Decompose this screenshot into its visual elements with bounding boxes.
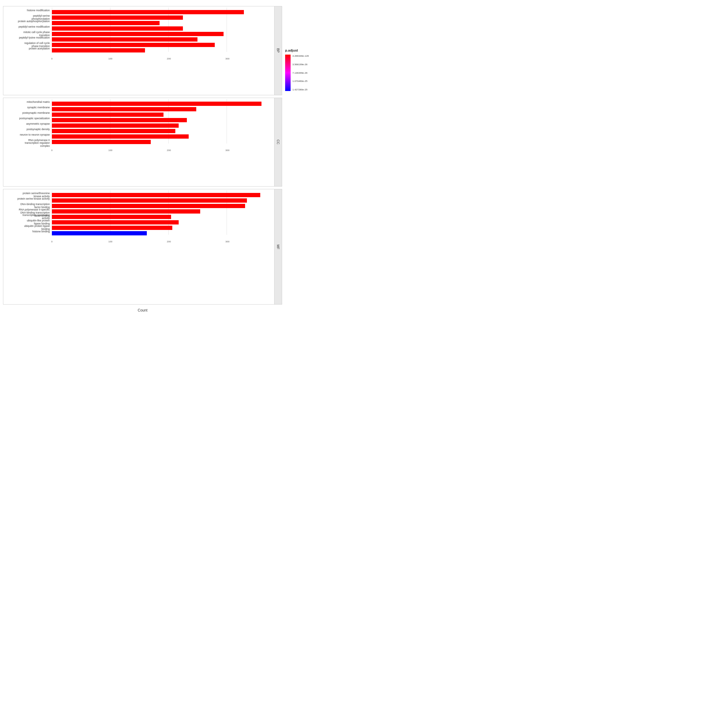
legend-label-4: 1.427280e-25 (292, 88, 309, 91)
bar-0 (52, 193, 260, 197)
mf-bars-grid (52, 191, 273, 235)
bar-label-2: protein autophosphorylation (17, 20, 50, 23)
bar-1 (52, 107, 196, 111)
legend-label-2: 7.136399e-26 (292, 72, 309, 74)
bar-label-6: neuron to neuron synapse (19, 133, 50, 137)
bar-4 (52, 215, 171, 219)
x-tick-200: 200 (167, 240, 171, 243)
bar-5 (52, 37, 197, 41)
bar-3 (52, 26, 183, 31)
x-tick-300: 300 (225, 57, 229, 60)
legend-title: p.adjust (285, 49, 321, 52)
bar-2 (52, 204, 245, 208)
mf-labels: protein serine/threonine kinase activity… (3, 189, 52, 241)
bp-labels: histone modificationpeptidyl-serine phos… (3, 6, 52, 58)
bp-panel-label: BP (274, 6, 282, 95)
bar-label-7: protein acetylation (28, 47, 50, 50)
x-tick-100: 100 (108, 240, 112, 243)
mf-panel-label: MF (274, 189, 282, 304)
bar-label-7: histone binding (32, 230, 50, 234)
bar-label-5: postsynaptic density (26, 128, 50, 132)
x-axis-title: Count (3, 307, 282, 312)
bar-7 (52, 140, 151, 144)
bar-label-2: postsynaptic membrane (21, 111, 50, 115)
bar-4 (52, 124, 179, 128)
svg-rect-0 (285, 55, 291, 91)
x-tick-300: 300 (225, 149, 229, 151)
bar-label-3: postsynaptic specialization (18, 117, 50, 121)
bar-label-7: RNA polymerase II transcription regulato… (24, 139, 50, 148)
cc-labels: mitochondrial matrixsynaptic membranepos… (3, 98, 52, 150)
legend-area: p.adjust 4.266 (282, 6, 324, 312)
bar-6 (52, 226, 172, 230)
bar-label-0: histone modification (26, 9, 50, 12)
x-tick-300: 300 (225, 240, 229, 243)
x-tick-100: 100 (108, 149, 112, 151)
bar-label-1: synaptic membrane (26, 106, 50, 110)
bp-bars-area: 0100200300 (52, 6, 274, 58)
bar-5 (52, 129, 175, 133)
mf-bars-area: 0100200300 (52, 189, 274, 241)
panel-mf: protein serine/threonine kinase activity… (3, 189, 282, 304)
x-tick-0: 0 (51, 57, 52, 60)
legend-label-1: 3.568199e-26 (292, 63, 309, 66)
x-tick-100: 100 (108, 57, 112, 60)
cc-bars-area: 0100200300 (52, 98, 274, 150)
chart-wrapper: histone modificationpeptidyl-serine phos… (3, 6, 324, 312)
x-tick-200: 200 (167, 149, 171, 151)
bar-6 (52, 43, 215, 47)
legend-label-0: 4.266346e-126 (292, 55, 309, 57)
legend-gradient-svg (285, 55, 291, 91)
bp-bars-grid (52, 8, 273, 52)
chart-container: histone modificationpeptidyl-serine phos… (0, 0, 327, 327)
bar-label-3: peptidyl-serine modification (18, 25, 50, 29)
bar-5 (52, 220, 179, 225)
bar-label-4: asymmetric synapse (26, 122, 50, 126)
cc-panel-label: CC (274, 98, 282, 187)
bar-2 (52, 113, 164, 117)
legend-label-3: 1.070460e-25 (292, 80, 309, 83)
bar-7 (52, 48, 145, 52)
bar-0 (52, 10, 244, 14)
bar-label-0: mitochondrial matrix (26, 100, 50, 104)
bar-1 (52, 15, 183, 20)
bar-label-5: peptidyl-lysine modification (18, 36, 50, 40)
bar-3 (52, 209, 200, 214)
bar-7 (52, 231, 147, 236)
cc-bars-grid (52, 99, 273, 144)
panel-cc: mitochondrial matrixsynaptic membranepos… (3, 98, 282, 187)
x-tick-200: 200 (167, 57, 171, 60)
bar-6 (52, 135, 189, 139)
bar-4 (52, 32, 223, 36)
bar-2 (52, 21, 159, 25)
bar-3 (52, 118, 187, 122)
x-tick-0: 0 (51, 149, 52, 151)
bar-0 (52, 102, 262, 106)
bar-label-1: protein serine kinase activity (16, 197, 50, 201)
legend-labels: 4.266346e-126 3.568199e-26 7.136399e-26 … (292, 55, 309, 91)
panel-bp: histone modificationpeptidyl-serine phos… (3, 6, 282, 95)
panels-area: histone modificationpeptidyl-serine phos… (3, 6, 282, 312)
x-tick-0: 0 (51, 240, 52, 243)
bar-1 (52, 198, 247, 203)
